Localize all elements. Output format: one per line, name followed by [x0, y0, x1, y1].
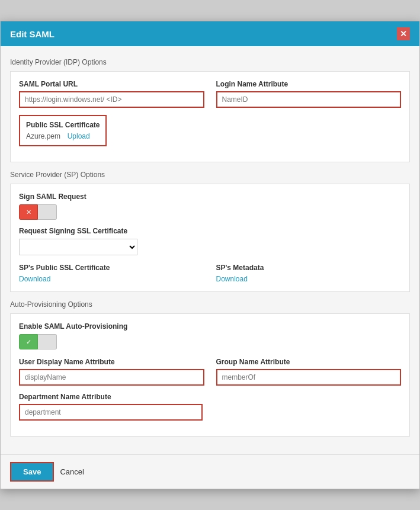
- idp-section-label: Identity Provider (IDP) Options: [10, 58, 410, 66]
- toggle-on-icon: ✓: [26, 338, 31, 346]
- enable-auto-label: Enable SAML Auto-Provisioning: [19, 322, 401, 331]
- idp-top-row: SAML Portal URL Login Name Attribute: [19, 80, 401, 108]
- sp-public-cert-download[interactable]: Download: [19, 275, 50, 283]
- cert-file: Azure.pem: [26, 132, 60, 140]
- modal-footer: Save Cancel: [1, 454, 419, 489]
- department-label: Department Name Attribute: [19, 393, 203, 401]
- sp-metadata-label: SP's Metadata: [216, 264, 402, 272]
- sp-cert-meta-row: SP's Public SSL Certificate Download SP'…: [19, 264, 401, 283]
- display-name-group: User Display Name Attribute: [19, 358, 204, 386]
- auto-section-box: Enable SAML Auto-Provisioning ✓ User Dis…: [10, 313, 410, 437]
- saml-url-label: SAML Portal URL: [19, 80, 204, 88]
- login-name-group: Login Name Attribute: [216, 80, 402, 108]
- public-ssl-cert-box: Public SSL Certificate Azure.pem Upload: [19, 115, 107, 146]
- display-name-label: User Display Name Attribute: [19, 358, 204, 366]
- toggle-on-button[interactable]: ✓: [19, 334, 38, 349]
- signing-cert-group: Request Signing SSL Certificate: [19, 227, 401, 255]
- sp-metadata-col: SP's Metadata Download: [216, 264, 402, 283]
- sp-section-box: Sign SAML Request ✕ Request Signing SSL …: [10, 184, 410, 292]
- sp-public-cert-col: SP's Public SSL Certificate Download: [19, 264, 204, 283]
- close-button[interactable]: ✕: [397, 27, 410, 40]
- edit-saml-modal: Edit SAML ✕ Identity Provider (IDP) Opti…: [0, 21, 420, 489]
- enable-auto-toggle: ✓: [19, 334, 401, 349]
- sp-metadata-download[interactable]: Download: [216, 275, 248, 283]
- modal-header: Edit SAML ✕: [1, 21, 419, 46]
- upload-link[interactable]: Upload: [68, 132, 90, 140]
- signing-cert-select[interactable]: [19, 239, 137, 255]
- group-name-label: Group Name Attribute: [216, 358, 402, 366]
- idp-cert-row: Public SSL Certificate Azure.pem Upload: [19, 115, 401, 146]
- idp-section-box: SAML Portal URL Login Name Attribute Pub…: [10, 71, 410, 162]
- toggle-off-icon: ✕: [26, 209, 31, 216]
- group-name-input[interactable]: [216, 369, 402, 386]
- toggle-on-right[interactable]: [38, 334, 57, 349]
- group-name-group: Group Name Attribute: [216, 358, 402, 386]
- login-name-label: Login Name Attribute: [216, 80, 402, 88]
- department-row: Department Name Attribute: [19, 393, 401, 421]
- toggle-off-right[interactable]: [38, 204, 57, 220]
- sp-public-cert-label: SP's Public SSL Certificate: [19, 264, 204, 272]
- enable-auto-group: Enable SAML Auto-Provisioning ✓: [19, 322, 401, 349]
- login-name-input[interactable]: [216, 91, 402, 108]
- modal-title: Edit SAML: [10, 29, 54, 39]
- save-button[interactable]: Save: [10, 462, 54, 482]
- signing-cert-label: Request Signing SSL Certificate: [19, 227, 401, 235]
- cancel-button[interactable]: Cancel: [60, 467, 84, 476]
- cert-label: Public SSL Certificate: [26, 121, 100, 129]
- saml-url-group: SAML Portal URL: [19, 80, 204, 108]
- sign-request-label: Sign SAML Request: [19, 193, 401, 201]
- auto-top-row: User Display Name Attribute Group Name A…: [19, 358, 401, 386]
- department-input[interactable]: [19, 404, 203, 421]
- toggle-off-button[interactable]: ✕: [19, 204, 38, 220]
- department-group: Department Name Attribute: [19, 393, 203, 421]
- auto-section-label: Auto-Provisioning Options: [10, 300, 410, 309]
- sign-request-group: Sign SAML Request ✕: [19, 193, 401, 220]
- modal-body: Identity Provider (IDP) Options SAML Por…: [1, 46, 419, 454]
- sign-request-toggle: ✕: [19, 204, 401, 220]
- display-name-input[interactable]: [19, 369, 204, 386]
- saml-url-input[interactable]: [19, 91, 204, 108]
- sp-section-label: Service Provider (SP) Options: [10, 171, 410, 179]
